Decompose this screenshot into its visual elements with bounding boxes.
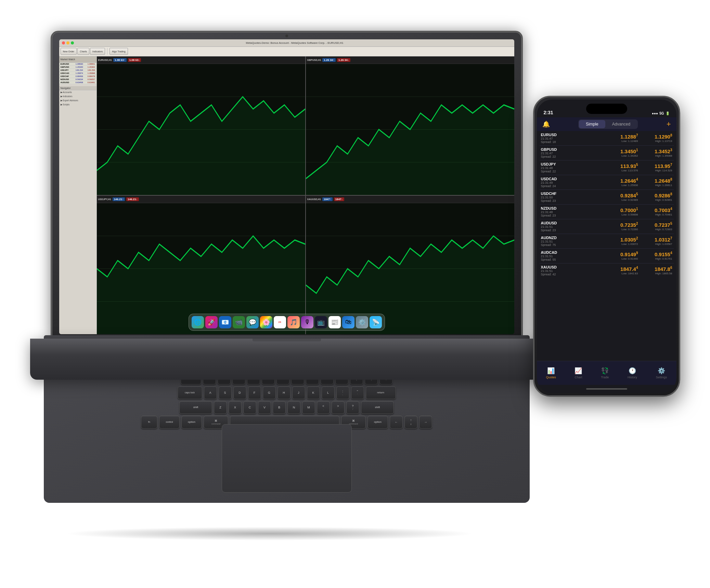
phone-nav-quotes[interactable]: 📊 Quotes [546, 367, 556, 379]
phone-nav-settings[interactable]: ⚙️ Settings [656, 367, 667, 379]
currency-row-xauusd[interactable]: XAUUSD 21:31:51 Spread: 42 1847.44 Low: … [540, 263, 674, 278]
currency-row-nzdusd[interactable]: NZDUSD 21:31:48 Spread: 23 0.70001 Low: … [540, 205, 674, 219]
kbd-n[interactable]: N [287, 401, 300, 414]
tp-chart-xauusd-header: XAUUSD,H1 1847↑ 1847↓ [306, 196, 514, 203]
kbd-z[interactable]: Z [214, 401, 227, 414]
market-row-audusd[interactable]: AUDUSD 0.63458 0.63481 [59, 81, 96, 84]
dock-launchpad[interactable]: 🚀 [205, 316, 218, 328]
tp-close-dot[interactable] [62, 41, 65, 44]
dock-music[interactable]: 🎵 [287, 316, 300, 328]
kbd-return[interactable]: return [366, 386, 396, 399]
kbd-comma[interactable]: <, [317, 401, 330, 414]
tp-toolbar: New Order Charts Indicators Algo Trading [59, 47, 514, 56]
kbd-slash[interactable]: ?/ [346, 401, 359, 414]
tp-xauusd-ask-badge: 1847↓ [334, 197, 344, 201]
tp-minimize-dot[interactable] [66, 41, 69, 44]
tp-new-order-btn[interactable]: New Order [61, 48, 77, 55]
kbd-left-arrow[interactable]: ← [390, 416, 403, 429]
phone-network-label: 5G [659, 112, 664, 115]
dock-airdrop[interactable]: 📡 [370, 316, 382, 328]
kbd-v[interactable]: V [258, 401, 271, 414]
kbd-up-down-arrow[interactable]: ↑↓ [404, 416, 417, 429]
phone-nav-trade-label: Trade [601, 376, 609, 379]
tp-chart-gbpusd-header: GBPUSD,H1 1.26 34↑ 1.26 34↓ [306, 56, 514, 64]
kbd-period[interactable]: >. [332, 401, 345, 414]
dock-mail[interactable]: 📧 [219, 316, 231, 328]
dock-settings[interactable]: ⚙️ [356, 316, 368, 328]
phone-add-icon[interactable]: + [667, 120, 671, 129]
kbd-d[interactable]: D [233, 386, 246, 399]
market-row-gbpusd[interactable]: GBPUSD 1.26340 1.26362 [59, 66, 96, 69]
kbd-f[interactable]: F [248, 386, 261, 399]
kbd-left-option[interactable]: option [181, 416, 202, 429]
laptop-shadow [64, 527, 475, 540]
currency-row-audusd[interactable]: AUDUSD 21:31:51 Spread: 23 0.72352 Low: … [540, 219, 674, 234]
kbd-k[interactable]: K [307, 386, 320, 399]
kbd-b[interactable]: B [273, 401, 286, 414]
phone-view-tabs: Simple Advanced [578, 119, 638, 129]
tp-gbpusd-ask-badge: 1.26 34↓ [337, 58, 350, 62]
dock-tv[interactable]: 📺 [315, 316, 327, 328]
phone-app-notification-icon[interactable]: 🔔 [542, 120, 550, 128]
tp-main-area: Market Watch EURUSD 1.08630 1.08651 GBPU… [59, 56, 514, 334]
tp-chart-gbpusd[interactable]: GBPUSD,H1 1.26 34↑ 1.26 34↓ [306, 56, 514, 195]
market-row-eurusd[interactable]: EURUSD 1.08630 1.08651 [59, 63, 96, 66]
kbd-quote[interactable]: "' [351, 386, 364, 399]
kbd-c[interactable]: C [243, 401, 256, 414]
kbd-lshift[interactable]: shift [179, 401, 212, 414]
kbd-right-option[interactable]: option [367, 416, 388, 429]
phone-time: 2:31 [544, 110, 553, 115]
dock-finder[interactable]: 🌐 [192, 316, 204, 328]
kbd-a[interactable]: A [204, 386, 217, 399]
market-row-nzdusd[interactable]: NZDUSD 0.59234 0.59257 [59, 78, 96, 81]
dock-photos[interactable]: 🌸 [260, 316, 272, 328]
kbd-h[interactable]: H [277, 386, 291, 399]
currency-row-usdchf[interactable]: USDCHF 21:31:50 Spread: 23 0.92845 Low: … [540, 190, 674, 205]
phone-home-indicator [537, 385, 676, 393]
currency-row-audnzd[interactable]: AUDNZD 21:31:51 Spread: 75 1.03052 Low: … [540, 234, 674, 249]
kbd-g[interactable]: G [263, 386, 276, 399]
currency-row-usdjpy[interactable]: USDJPY 21:31:48 Spread: 22 113.935 Low: … [540, 160, 674, 175]
currency-row-usdcad[interactable]: USDCAD 21:31:49 Spread: 24 1.26464 Low: … [540, 175, 674, 190]
tp-maximize-dot[interactable] [71, 41, 74, 44]
kbd-right-arrow[interactable]: → [419, 416, 432, 429]
dock-facetime[interactable]: 📹 [233, 316, 245, 328]
tp-charts-btn[interactable]: Charts [77, 48, 89, 55]
kbd-l[interactable]: L [322, 386, 335, 399]
dock-news[interactable]: 📰 [328, 316, 341, 328]
phone-tab-simple[interactable]: Simple [579, 120, 605, 128]
phone-currency-list: EURUSD 21:31:47 Spread: 18 1.12887 Low: … [537, 131, 676, 361]
laptop-lid: MetaQuotes-Demo: Bonus Account - MetaQuo… [51, 31, 523, 339]
kbd-s[interactable]: S [219, 386, 232, 399]
market-row-usdchf[interactable]: USDCHF 0.88456 0.88479 [59, 75, 96, 78]
kbd-capslock[interactable]: caps lock [178, 386, 202, 399]
tp-algo-btn[interactable]: Algo Trading [109, 48, 128, 55]
dock-calendar[interactable]: 24 [274, 316, 286, 328]
phone-settings-icon: ⚙️ [658, 367, 665, 375]
kbd-rshift[interactable]: shift [361, 401, 394, 414]
currency-row-gbpusd[interactable]: GBPUSD 21:31:47 Spread: 22 1.34501 Low: … [540, 146, 674, 160]
laptop-trackpad[interactable] [222, 424, 352, 493]
laptop-screen: MetaQuotes-Demo: Bonus Account - MetaQuo… [59, 39, 514, 334]
kbd-control[interactable]: control [159, 416, 180, 429]
phone-tab-advanced[interactable]: Advanced [605, 120, 637, 128]
laptop: MetaQuotes-Demo: Bonus Account - MetaQuo… [30, 21, 543, 534]
kbd-m[interactable]: M [302, 401, 315, 414]
tp-indicators-btn[interactable]: Indicators [90, 48, 105, 55]
kbd-j[interactable]: J [292, 386, 305, 399]
dock-podcast[interactable]: 🎙 [301, 316, 313, 328]
dock-appstore[interactable]: 🛍 [342, 316, 354, 328]
kbd-fn[interactable]: fn [141, 416, 157, 429]
currency-row-eurusd[interactable]: EURUSD 21:31:47 Spread: 18 1.12887 Low: … [540, 131, 674, 146]
tp-chart-eurusd[interactable]: EURUSD,H1 1.08 63↑ 1.08 63↓ [97, 56, 306, 195]
phone-nav-history[interactable]: 🕐 History [628, 367, 637, 379]
currency-row-audcad[interactable]: AUDCAD 21:31:51 Spread: 55 0.91499 Low: … [540, 249, 674, 263]
kbd-x[interactable]: X [229, 401, 242, 414]
phone-nav-chart[interactable]: 📈 Chart [575, 367, 582, 379]
phone-nav-chart-label: Chart [575, 376, 582, 379]
market-row-usdcad[interactable]: USDCAD 1.35874 1.35898 [59, 72, 96, 75]
kbd-semicolon[interactable]: :; [336, 386, 349, 399]
phone-nav-trade[interactable]: 💱 Trade [601, 367, 609, 379]
market-row-usdjpy[interactable]: USDJPY 146.234 146.256 [59, 69, 96, 72]
dock-messages[interactable]: 💬 [246, 316, 259, 328]
